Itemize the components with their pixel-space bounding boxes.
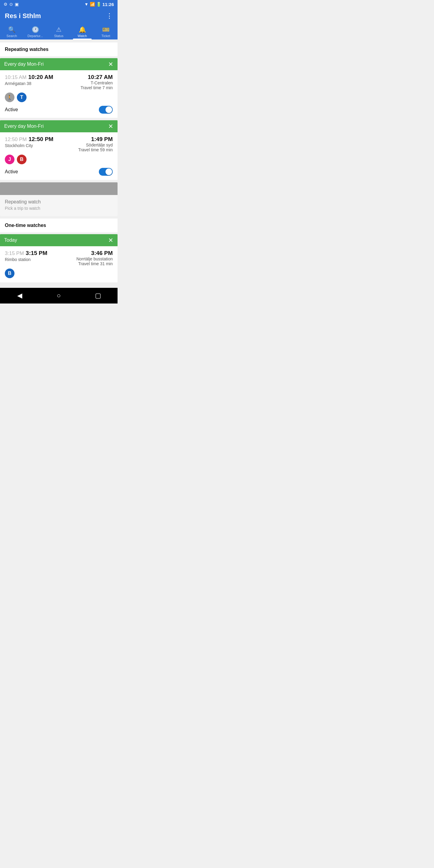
nav-back-button[interactable]: ◀ [10, 291, 29, 301]
watch-card-1-time-new: 10:20 AM [28, 74, 53, 81]
watch-card-today-body: 3:15 PM 3:15 PM Rimbo station 3:46 PM No… [0, 246, 118, 282]
tab-search[interactable]: 🔍 Search [0, 24, 24, 39]
watch-card-2-to: 1:49 PM Södertälje syd Travel time 59 mi… [78, 136, 113, 152]
tab-departures[interactable]: 🕐 Departur... [24, 24, 47, 39]
watch-card-today-time-new: 3:15 PM [26, 250, 47, 256]
clipboard-icon: ▣ [15, 2, 19, 7]
watch-card-empty-header [0, 182, 118, 195]
empty-watch-title: Repeating watch [5, 199, 113, 205]
watch-card-today-times: 3:15 PM 3:15 PM [5, 250, 47, 256]
tab-ticket-label: Ticket [101, 34, 110, 38]
watch-card-1-station-from: Armégatan 38 [5, 81, 53, 86]
watch-card-1-transport-icons: 🚶 T [5, 93, 113, 102]
watch-card-1: Every day Mon-Fri ✕ 10:15 AM 10:20 AM Ar… [0, 58, 118, 118]
watch-card-1-time-old: 10:15 AM [5, 74, 27, 81]
watch-card-today-station-from: Rimbo station [5, 257, 47, 262]
overflow-menu-icon[interactable]: ⋮ [106, 12, 113, 24]
tab-watch-label: Watch [78, 34, 87, 38]
watch-card-1-arrival: 10:27 AM [81, 74, 113, 81]
watch-card-today-header: Today ✕ [0, 234, 118, 246]
watch-card-today-travel-time: Travel time 31 min [76, 261, 113, 266]
watch-card-today-transport-icons: B [5, 269, 113, 278]
app-title: Res i Sthlm [5, 12, 41, 24]
watch-card-1-header: Every day Mon-Fri ✕ [0, 58, 118, 70]
clock-icon: 🕐 [32, 26, 39, 33]
watch-card-today-from: 3:15 PM 3:15 PM Rimbo station [5, 250, 47, 262]
commuter-j-icon: J [5, 155, 14, 164]
watch-card-2-from: 12:50 PM 12:50 PM Stockholm City [5, 136, 53, 148]
nav-home-button[interactable]: ○ [50, 291, 68, 301]
app-bar: Res i Sthlm ⋮ [0, 8, 118, 24]
bell-icon: 🔔 [79, 26, 86, 33]
watch-card-2-station-from: Stockholm City [5, 143, 53, 148]
watch-card-2-active-row: Active [5, 168, 113, 176]
tab-departures-label: Departur... [27, 34, 43, 38]
signal-icon: 📶 [90, 2, 95, 7]
walk-icon: 🚶 [5, 93, 14, 102]
watch-card-today: Today ✕ 3:15 PM 3:15 PM Rimbo station 3:… [0, 234, 118, 282]
watch-card-today-to: 3:46 PM Norrtälje busstation Travel time… [76, 250, 113, 266]
wifi-icon: ▼ [84, 2, 89, 7]
bottom-nav: ◀ ○ ▢ [0, 288, 118, 304]
watch-card-2-trip-row: 12:50 PM 12:50 PM Stockholm City 1:49 PM… [5, 136, 113, 152]
watch-card-today-station-to: Norrtälje busstation [76, 256, 113, 261]
status-left-icons: ⚙ ⊙ ▣ [4, 2, 19, 7]
watch-card-today-arrival: 3:46 PM [76, 250, 113, 256]
one-time-watches-header: One-time watches [0, 218, 118, 232]
watch-card-1-active-label: Active [5, 107, 18, 113]
status-right-icons: ▼ 📶 🔋 11:26 [84, 2, 114, 7]
tab-ticket[interactable]: 🎫 Ticket [94, 24, 118, 39]
watch-card-today-time-old: 3:15 PM [5, 250, 24, 256]
status-time: 11:26 [102, 2, 114, 7]
bus-b-icon: B [17, 155, 27, 164]
empty-watch-subtitle: Pick a trip to watch [5, 206, 113, 211]
watch-card-2-time-old: 12:50 PM [5, 136, 27, 143]
watch-card-2-arrival: 1:49 PM [78, 136, 113, 143]
watch-card-today-schedule: Today [4, 238, 17, 243]
watch-card-1-from: 10:15 AM 10:20 AM Armégatan 38 [5, 74, 53, 86]
watch-card-2-transport-icons: J B [5, 155, 113, 164]
watch-card-1-close[interactable]: ✕ [108, 61, 113, 67]
warning-icon: ⚠ [56, 26, 61, 33]
watch-card-2-travel-time: Travel time 59 min [78, 147, 113, 152]
bus-b-blue-icon: B [5, 269, 14, 278]
main-content: Repeating watches Every day Mon-Fri ✕ 10… [0, 39, 118, 288]
repeating-watches-header: Repeating watches [0, 42, 118, 56]
watch-card-2-close[interactable]: ✕ [108, 123, 113, 129]
watch-card-today-trip-row: 3:15 PM 3:15 PM Rimbo station 3:46 PM No… [5, 250, 113, 266]
nav-recent-button[interactable]: ▢ [89, 291, 107, 301]
watch-card-2-schedule: Every day Mon-Fri [4, 124, 44, 129]
watch-card-1-travel-time: Travel time 7 min [81, 85, 113, 90]
watch-card-1-body: 10:15 AM 10:20 AM Armégatan 38 10:27 AM … [0, 70, 118, 118]
watch-card-1-times: 10:15 AM 10:20 AM [5, 74, 53, 81]
watch-card-2: Every day Mon-Fri ✕ 12:50 PM 12:50 PM St… [0, 120, 118, 180]
watch-card-1-station-to: T-Centralen [81, 81, 113, 85]
tab-watch[interactable]: 🔔 Watch [70, 24, 94, 39]
tab-status[interactable]: ⚠ Status [47, 24, 70, 39]
watch-card-2-body: 12:50 PM 12:50 PM Stockholm City 1:49 PM… [0, 132, 118, 180]
tab-search-label: Search [7, 34, 17, 38]
battery-icon: 🔋 [96, 2, 101, 7]
watch-card-1-toggle[interactable] [99, 106, 113, 114]
watch-card-2-time-new: 12:50 PM [29, 136, 53, 143]
watch-card-2-header: Every day Mon-Fri ✕ [0, 120, 118, 132]
settings-icon: ⚙ [4, 2, 7, 7]
watch-card-1-to: 10:27 AM T-Centralen Travel time 7 min [81, 74, 113, 90]
ticket-icon: 🎫 [102, 26, 110, 33]
watch-card-2-toggle[interactable] [99, 168, 113, 176]
watch-card-2-times: 12:50 PM 12:50 PM [5, 136, 53, 143]
watch-card-2-station-to: Södertälje syd [78, 143, 113, 147]
status-bar: ⚙ ⊙ ▣ ▼ 📶 🔋 11:26 [0, 0, 118, 8]
watch-card-1-schedule: Every day Mon-Fri [4, 61, 44, 67]
watch-card-today-close[interactable]: ✕ [108, 237, 113, 243]
watch-card-1-trip-row: 10:15 AM 10:20 AM Armégatan 38 10:27 AM … [5, 74, 113, 90]
watch-card-2-active-label: Active [5, 169, 18, 175]
search-icon: 🔍 [8, 26, 16, 33]
watch-card-empty-body: Repeating watch Pick a trip to watch [0, 195, 118, 216]
watch-card-empty: Repeating watch Pick a trip to watch [0, 182, 118, 216]
tab-bar: 🔍 Search 🕐 Departur... ⚠ Status 🔔 Watch … [0, 24, 118, 39]
watch-card-1-active-row: Active [5, 106, 113, 114]
sync-icon: ⊙ [9, 2, 13, 7]
metro-t-icon: T [17, 93, 27, 102]
tab-status-label: Status [54, 34, 63, 38]
